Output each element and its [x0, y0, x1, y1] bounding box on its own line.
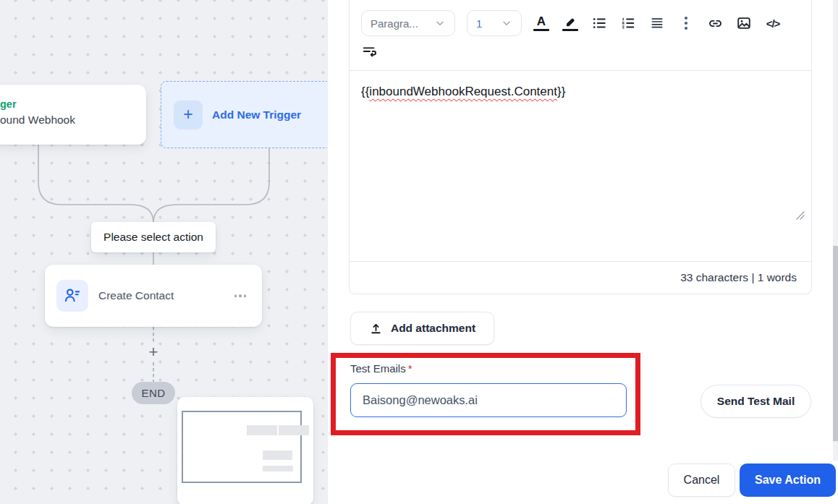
email-body-editor[interactable]: {{inboundWebhookRequest.Content}} — [350, 71, 811, 262]
bullet-list-icon — [591, 15, 607, 31]
paragraph-style-value: Paragra... — [371, 17, 418, 30]
paragraph-style-select[interactable]: Paragra... — [361, 10, 455, 36]
insert-image-button[interactable] — [735, 10, 753, 36]
align-justify-icon — [650, 16, 664, 30]
font-size-value: 1 — [476, 17, 482, 30]
highlight-button[interactable] — [561, 10, 580, 36]
kebab-icon — [685, 17, 687, 30]
end-badge: END — [132, 382, 175, 404]
text-color-button[interactable]: A — [532, 10, 551, 36]
plus-icon: + — [174, 101, 203, 129]
text-wrap-button[interactable] — [361, 43, 378, 60]
insert-link-button[interactable] — [706, 10, 724, 36]
preview-placeholder-bar — [263, 450, 292, 460]
rich-text-editor: Paragra... 1 A — [349, 0, 812, 294]
workflow-builder-screen: ger ound Webhook + Add New Trigger Pleas… — [0, 0, 838, 504]
send-test-mail-button[interactable]: Send Test Mail — [701, 385, 811, 418]
end-badge-text: END — [141, 387, 165, 399]
window-preview-card — [177, 397, 313, 504]
character-word-count: 33 characters | 1 words — [680, 271, 797, 284]
link-icon — [707, 15, 724, 32]
contact-person-icon — [63, 286, 82, 305]
ordered-list-button[interactable] — [619, 10, 638, 36]
add-attachment-button[interactable]: Add attachment — [350, 312, 494, 345]
required-asterisk: * — [408, 362, 412, 375]
text-color-icon: A — [537, 15, 546, 27]
test-emails-input[interactable] — [350, 383, 627, 417]
create-contact-action-card[interactable]: Create Contact — [45, 265, 262, 327]
preview-placeholder-bar — [247, 425, 277, 435]
chevron-down-icon — [434, 17, 446, 29]
ordered-list-icon — [620, 15, 636, 31]
create-contact-label: Create Contact — [98, 289, 174, 302]
bullet-list-button[interactable] — [590, 10, 609, 36]
merge-tag-variable: inboundWebhookRequest.Content — [369, 85, 557, 98]
select-action-hint: Please select action — [91, 222, 216, 252]
chevron-down-icon — [501, 17, 512, 29]
text-wrap-icon — [362, 44, 378, 59]
image-icon — [736, 15, 752, 31]
add-step-button[interactable]: + — [149, 344, 158, 360]
email-action-panel: Paragra... 1 A — [327, 0, 838, 504]
highlight-icon — [563, 15, 577, 27]
scrollbar-thumb[interactable] — [833, 246, 838, 441]
editor-stats-bar: 33 characters | 1 words — [350, 261, 811, 294]
font-size-select[interactable]: 1 — [467, 10, 522, 36]
add-new-trigger-label: Add New Trigger — [212, 108, 301, 121]
panel-scrollbar[interactable] — [833, 0, 838, 461]
resize-handle[interactable] — [795, 209, 805, 223]
code-icon: </> — [766, 17, 780, 30]
merge-tag-suffix: }} — [557, 85, 565, 98]
more-options-icon[interactable] — [232, 291, 250, 300]
text-color-bar — [533, 29, 549, 32]
trigger-type-label: ger — [0, 98, 17, 110]
add-attachment-label: Add attachment — [391, 322, 475, 335]
trigger-name-label: ound Webhook — [0, 114, 75, 127]
code-view-button[interactable]: </> — [763, 10, 782, 36]
trigger-card-inbound-webhook[interactable]: ger ound Webhook — [0, 85, 146, 145]
preview-placeholder-bar — [279, 425, 309, 435]
cancel-button[interactable]: Cancel — [668, 464, 735, 497]
merge-tag-prefix: {{ — [361, 85, 369, 98]
add-new-trigger-button[interactable]: + Add New Trigger — [161, 81, 336, 148]
more-options-button[interactable] — [677, 10, 695, 36]
test-emails-label: Test Emails* — [350, 362, 412, 375]
select-action-hint-text: Please select action — [103, 231, 203, 244]
save-action-button[interactable]: Save Action — [740, 464, 836, 497]
editor-toolbar: Paragra... 1 A — [350, 0, 811, 71]
preview-placeholder-bar — [263, 466, 293, 471]
contact-icon-tile — [56, 280, 88, 312]
highlight-bar — [562, 29, 578, 32]
upload-icon — [369, 322, 383, 336]
preview-frame — [182, 411, 302, 483]
align-justify-button[interactable] — [648, 10, 666, 36]
